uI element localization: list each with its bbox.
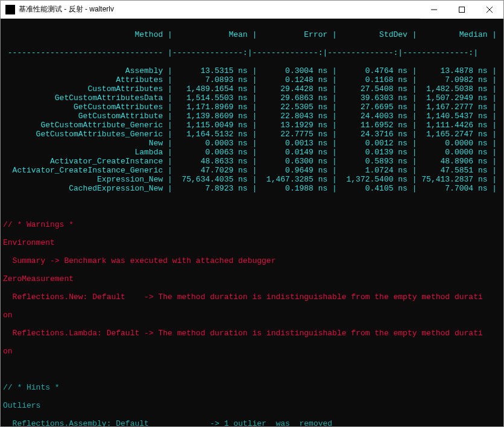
table-header-row: Method | Mean | Error | StdDev | Median … bbox=[3, 30, 503, 39]
table-row: Activator_CreateInstance | 48.8633 ns | … bbox=[3, 157, 503, 166]
window-title: 基准性能测试 - 反射 - walterlv bbox=[19, 4, 420, 14]
warnings-env-label: Environment bbox=[3, 238, 503, 247]
table-row: GetCustomAttributes | 1,171.8969 ns | 22… bbox=[3, 103, 503, 112]
blank-line bbox=[3, 365, 503, 374]
warnings-zero-line2b: on bbox=[3, 347, 503, 356]
blank-line bbox=[3, 202, 503, 211]
table-row: CustomAttributes | 1,489.1654 ns | 29.44… bbox=[3, 84, 503, 93]
hints-header: // * Hints * bbox=[3, 383, 503, 392]
console-window: 基准性能测试 - 反射 - walterlv Method | Mean | E… bbox=[0, 0, 504, 427]
hints-outliers-label: Outliers bbox=[3, 401, 503, 410]
table-row: GetCustomAttribute | 1,139.8609 ns | 22.… bbox=[3, 112, 503, 121]
warnings-zero-line1b: on bbox=[3, 311, 503, 320]
warnings-zero-label: ZeroMeasurement bbox=[3, 274, 503, 283]
warnings-zero-line1: Reflections.New: Default -> The method d… bbox=[3, 293, 503, 302]
table-row: GetCustomAttributes_Generic | 1,164.5132… bbox=[3, 130, 503, 139]
table-row: Activator_CreateInstance_Generic | 47.70… bbox=[3, 166, 503, 175]
maximize-button[interactable] bbox=[448, 1, 476, 19]
close-button[interactable] bbox=[476, 1, 503, 19]
hints-line1: Reflections.Assembly: Default -> 1 outli… bbox=[3, 419, 503, 426]
table-row: GetCustomAttribute_Generic | 1,115.0049 … bbox=[3, 121, 503, 130]
table-row: Lambda | 0.0063 ns | 0.0149 ns | 0.0139 … bbox=[3, 148, 503, 157]
terminal-output[interactable]: Method | Mean | Error | StdDev | Median … bbox=[1, 19, 503, 426]
svg-rect-1 bbox=[459, 7, 465, 12]
minimize-button[interactable] bbox=[420, 1, 448, 19]
warnings-zero-line2: Reflections.Lambda: Default -> The metho… bbox=[3, 329, 503, 338]
table-row: Expression_New | 75,634.4035 ns | 1,467.… bbox=[3, 175, 503, 184]
titlebar[interactable]: 基准性能测试 - 反射 - walterlv bbox=[1, 1, 503, 19]
table-row: Attributes | 7.0893 ns | 0.1248 ns | 0.1… bbox=[3, 75, 503, 84]
window-controls bbox=[420, 1, 503, 19]
app-icon bbox=[5, 5, 15, 14]
table-separator: --------------------------------- |-----… bbox=[3, 48, 503, 57]
table-row: New | 0.0003 ns | 0.0013 ns | 0.0012 ns … bbox=[3, 139, 503, 148]
table-row: GetCustomAttributesData | 1,514.5503 ns … bbox=[3, 93, 503, 103]
table-row: Assembly | 13.5315 ns | 0.3004 ns | 0.47… bbox=[3, 66, 503, 75]
warnings-env-line: Summary -> Benchmark was executed with a… bbox=[3, 256, 503, 265]
table-row: CachedExpression_New | 7.8923 ns | 0.198… bbox=[3, 184, 503, 193]
warnings-header: // * Warnings * bbox=[3, 220, 503, 229]
